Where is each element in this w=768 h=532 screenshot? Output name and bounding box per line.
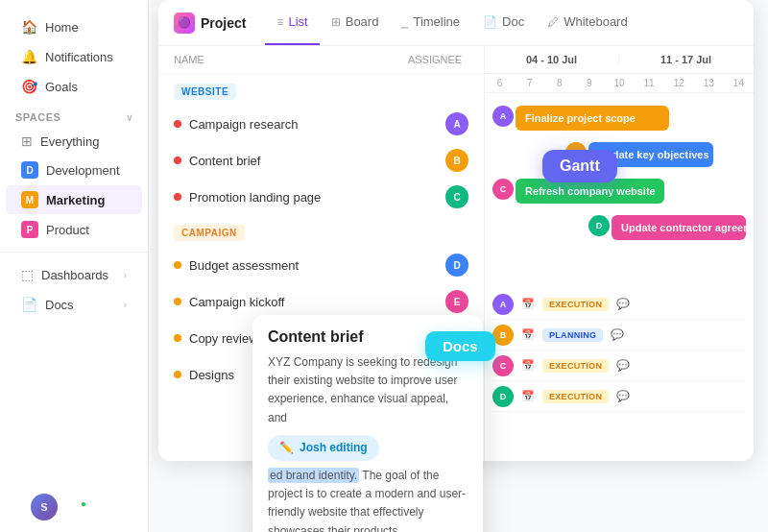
tab-list[interactable]: ≡ List: [265, 0, 319, 45]
task-dot: [174, 261, 181, 269]
sidebar-item-marketing[interactable]: M Marketing: [6, 185, 142, 214]
section-campaign-label: CAMPAIGN: [174, 225, 245, 241]
calendar-icon: 📅: [521, 298, 535, 310]
tab-timeline[interactable]: ⎯ Timeline: [390, 0, 471, 45]
sidebar-item-docs[interactable]: 📄 Docs ›: [6, 290, 142, 319]
gantt-day: 13: [694, 78, 724, 88]
gantt-status-avatar: C: [492, 355, 514, 376]
sidebar-item-dashboards[interactable]: ⬚ Dashboards ›: [6, 260, 142, 289]
task-name: Campaign research: [189, 117, 438, 132]
sidebar-item-goals[interactable]: 🎯 Goals: [6, 72, 142, 101]
sidebar-item-home[interactable]: 🏠 Home: [6, 12, 142, 41]
status-badge: EXECUTION: [542, 298, 609, 311]
task-dot: [174, 193, 181, 201]
section-website: WEBSITE Campaign research A Content brie…: [158, 74, 484, 215]
gantt-bar-row: B Update key objectives: [489, 137, 750, 172]
gantt-day: 8: [544, 78, 574, 88]
sidebar-item-development-label: Development: [46, 163, 120, 178]
gantt-day: 7: [515, 78, 544, 88]
gantt-day: 6: [485, 78, 515, 88]
user-status: ●: [81, 498, 86, 509]
product-dot: P: [21, 221, 38, 238]
sidebar-item-notifications-label: Notifications: [45, 50, 113, 64]
tab-whiteboard[interactable]: 🖊 Whiteboard: [536, 0, 638, 45]
nav-tabs: ≡ List ⊞ Board ⎯ Timeline 📄 Doc 🖊 Wh: [265, 0, 638, 45]
sidebar-item-development[interactable]: D Development: [6, 156, 142, 184]
project-title-group: 🟣 Project: [174, 12, 246, 34]
task-row[interactable]: Content brief B: [158, 142, 484, 179]
status-badge: PLANNING: [542, 328, 603, 342]
section-website-label: WEBSITE: [174, 84, 236, 100]
sidebar-item-marketing-label: Marketing: [46, 193, 105, 207]
project-icon: 🟣: [174, 12, 195, 34]
gantt-status-row: B 📅 PLANNING 💬: [492, 320, 746, 351]
task-name: Campaign kickoff: [189, 295, 438, 309]
docs-icon: 📄: [21, 297, 37, 312]
docs-chevron: ›: [124, 300, 127, 310]
calendar-icon: 📅: [521, 359, 535, 372]
project-header: 🟣 Project ≡ List ⊞ Board ⎯ Timeline 📄: [158, 0, 754, 46]
status-badge: EXECUTION: [542, 359, 609, 373]
gantt-status-row: D 📅 EXECUTION 💬: [492, 381, 746, 412]
gantt-avatar: C: [492, 179, 514, 200]
avatar: C: [445, 185, 468, 208]
floating-docs-badge: Docs: [425, 331, 495, 361]
col-name: NAME: [174, 54, 401, 65]
timeline-icon: ⎯: [401, 15, 408, 29]
spaces-section-label: Spaces ∨: [0, 102, 148, 127]
sidebar: 🏠 Home 🔔 Notifications 🎯 Goals Spaces ∨ …: [0, 0, 149, 532]
gantt-week-1: 04 - 10 Jul: [485, 54, 619, 65]
goals-icon: 🎯: [21, 79, 37, 94]
chat-icon: 💬: [616, 390, 630, 402]
gantt-avatar: A: [492, 106, 514, 127]
task-dot: [174, 157, 181, 164]
sidebar-item-notifications[interactable]: 🔔 Notifications: [6, 42, 142, 71]
gantt-status-avatar: A: [492, 294, 514, 315]
calendar-icon: 📅: [521, 390, 535, 402]
development-dot: D: [21, 161, 38, 179]
edit-icon: ✏️: [279, 439, 294, 457]
gantt-week-2: 11 - 17 Jul: [619, 54, 754, 65]
gantt-day: 9: [574, 78, 604, 88]
task-name: Budget assessment: [189, 258, 438, 273]
task-row[interactable]: Promotion landing page C: [158, 179, 484, 215]
everything-icon: ⊞: [21, 133, 33, 149]
avatar: B: [445, 149, 468, 172]
gantt-day: 12: [664, 78, 694, 88]
task-dot: [174, 298, 181, 305]
gantt-bar-finalize[interactable]: Finalize project scope: [516, 106, 669, 131]
sidebar-item-everything[interactable]: ⊞ Everything: [6, 128, 142, 155]
gantt-tooltip: Gantt: [542, 150, 617, 182]
gantt-body: A Finalize project scope B Update key ob…: [485, 93, 754, 285]
gantt-status-avatar: B: [492, 325, 514, 346]
gantt-status-rows: A 📅 EXECUTION 💬 B 📅 PLANNING 💬 C 📅: [485, 285, 754, 416]
sidebar-item-product-label: Product: [46, 223, 89, 237]
dashboards-icon: ⬚: [21, 267, 34, 282]
gantt-status-avatar: D: [492, 386, 514, 407]
tab-board[interactable]: ⊞ Board: [320, 0, 391, 45]
dashboards-chevron: ›: [124, 270, 127, 280]
status-badge: EXECUTION: [542, 390, 609, 403]
user-avatar[interactable]: S: [31, 494, 58, 520]
task-name: Promotion landing page: [189, 190, 438, 205]
sidebar-item-product[interactable]: P Product: [6, 215, 142, 244]
main-area: 🟣 Project ≡ List ⊞ Board ⎯ Timeline 📄: [149, 0, 768, 532]
sidebar-item-everything-label: Everything: [40, 134, 99, 149]
gantt-bar-contractor[interactable]: Update contractor agreement: [612, 215, 746, 240]
docs-highlight: ed brand identity.: [268, 468, 359, 483]
avatar: A: [445, 112, 468, 135]
home-icon: 🏠: [21, 19, 37, 35]
tab-doc[interactable]: 📄 Doc: [471, 0, 536, 45]
task-row[interactable]: Campaign research A: [158, 106, 484, 142]
task-dot: [174, 120, 181, 128]
whiteboard-icon: 🖊: [547, 15, 559, 29]
spaces-chevron: ∨: [126, 112, 133, 123]
task-row[interactable]: Budget assessment D: [158, 247, 484, 283]
board-icon: ⊞: [331, 15, 341, 29]
gantt-bar-row: A Finalize project scope: [489, 101, 750, 135]
gantt-day: 10: [604, 78, 634, 88]
sidebar-item-goals-label: Goals: [45, 80, 78, 94]
gantt-day: 14: [724, 78, 754, 88]
sidebar-item-docs-label: Docs: [45, 298, 74, 312]
marketing-dot: M: [21, 191, 38, 208]
